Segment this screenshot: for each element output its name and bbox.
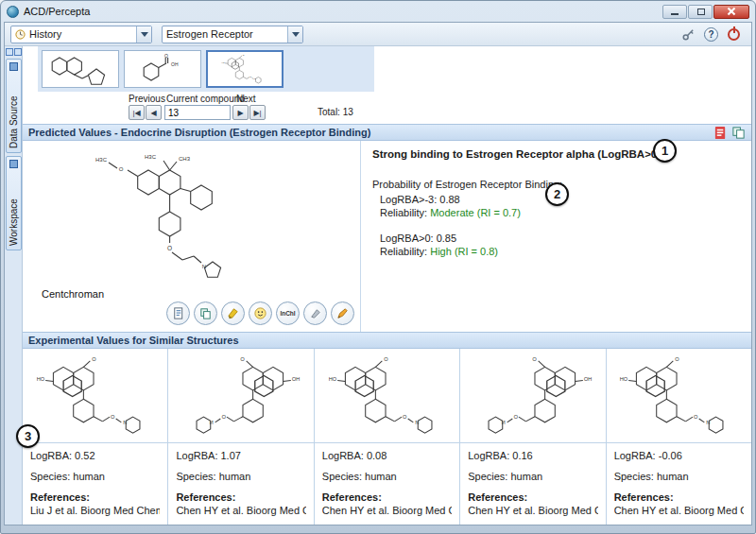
reliability-label: Reliability: [380, 207, 427, 218]
prediction-results: Strong binding to Estrogen Receptor alph… [361, 141, 751, 332]
species-value: human [219, 471, 251, 482]
references-label: References: [614, 491, 744, 503]
main-toolbar: History Estrogen Receptor ? [5, 23, 751, 46]
report-icon [171, 306, 185, 320]
similar-structure-card[interactable]: LogRBA: 0.16 Species: human References: … [460, 349, 606, 525]
logrba-value: 0.52 [75, 450, 94, 461]
maximize-icon [697, 9, 705, 15]
data-source-icon [9, 62, 18, 71]
close-button[interactable] [713, 5, 749, 19]
minimize-icon [671, 13, 679, 15]
app-frame: History Estrogen Receptor ? [4, 22, 752, 525]
species-label: Species: [176, 471, 215, 482]
species-label: Species: [322, 471, 362, 482]
similar-structure-card[interactable]: LogRBA: 0.52 Species: human References: … [23, 349, 168, 525]
chevron-down-icon[interactable] [136, 26, 151, 43]
panel-toggle-icon[interactable] [6, 48, 13, 56]
logrba-label: LogRBA: [468, 450, 509, 461]
logrba-value: 0.16 [512, 450, 532, 461]
help-icon[interactable]: ? [703, 26, 719, 43]
power-icon[interactable] [726, 26, 742, 43]
chevron-down-icon[interactable] [287, 26, 302, 43]
similar-structure-card[interactable]: LogRBA: -0.06 Species: human References:… [607, 349, 751, 525]
current-compound-input[interactable] [164, 105, 231, 120]
current-compound-label: Current compound [166, 94, 245, 104]
reliability-row: Reliability: High (RI = 0.8) [372, 245, 742, 258]
module-dropdown[interactable]: Estrogen Receptor [162, 26, 303, 43]
window-title: ACD/Percepta [24, 6, 90, 17]
reliability-value: High (RI = 0.8) [430, 246, 498, 257]
eraser-icon [308, 306, 322, 320]
pdf-export-icon[interactable] [713, 126, 728, 140]
logrba-label: LogRBA: [176, 450, 217, 461]
side-strip: Data Source Workspace [5, 46, 23, 525]
compound-thumbnail[interactable] [42, 50, 119, 88]
panel-toggle-icon[interactable] [14, 48, 22, 56]
species-label: Species: [468, 471, 507, 482]
logrba-value: -0.06 [659, 450, 682, 461]
tab-data-source-label: Data Source [9, 95, 19, 148]
logrba-value: 0.08 [367, 450, 387, 461]
compound-thumbnail-empty [288, 50, 366, 88]
predicted-values-title: Predicted Values - Endocrine Disruption … [28, 127, 370, 138]
eraser-button[interactable] [303, 301, 327, 325]
wrench-icon[interactable] [680, 26, 696, 43]
workspace-icon [9, 160, 18, 168]
species-value: human [657, 471, 689, 482]
tab-workspace[interactable]: Workspace [6, 156, 22, 250]
copy-icon [198, 306, 213, 320]
copy-button[interactable] [194, 301, 217, 325]
tab-workspace-label: Workspace [9, 198, 19, 246]
reference-text: Chen HY et al. Bioorg Med Ch... [176, 505, 305, 516]
first-compound-button[interactable]: |◀ [129, 105, 145, 120]
next-label: Next [236, 94, 256, 104]
annotation-callout-3: 3 [16, 424, 40, 448]
titlebar: ACD/Percepta [4, 1, 752, 22]
species-value: human [73, 471, 105, 482]
structure-action-buttons: InChI [166, 301, 354, 325]
prediction-row-label: LogRBA>-3: [380, 194, 437, 205]
prediction-row-value: 0.88 [439, 194, 459, 205]
similar-structure-card[interactable]: LogRBA: 0.08 Species: human References: … [315, 349, 460, 525]
tab-data-source[interactable]: Data Source [6, 59, 22, 153]
close-icon [727, 7, 736, 16]
app-icon [7, 6, 19, 18]
copy-structure-icon[interactable] [731, 126, 746, 140]
total-count: Total: 13 [318, 107, 353, 117]
inchi-button[interactable]: InChI [276, 301, 300, 325]
references-label: References: [176, 491, 305, 503]
similar-structure-image [168, 349, 313, 443]
previous-compound-button[interactable]: ◀ [146, 105, 162, 120]
similar-structures-grid: LogRBA: 0.52 Species: human References: … [23, 349, 751, 525]
prediction-headline: Strong binding to Estrogen Receptor alph… [372, 148, 742, 160]
main-structure-image [75, 145, 273, 286]
references-label: References: [468, 491, 597, 503]
smiley-button[interactable] [249, 301, 272, 325]
highlighter-button[interactable] [221, 301, 245, 325]
inchi-label: InChI [280, 310, 295, 317]
history-dropdown[interactable]: History [10, 26, 152, 43]
references-label: References: [30, 491, 160, 503]
report-button[interactable] [166, 301, 190, 325]
edit-structure-button[interactable] [331, 301, 354, 325]
highlighter-icon [226, 306, 240, 320]
similar-structure-image [23, 349, 167, 443]
reliability-value: Moderate (RI = 0.7) [430, 207, 521, 218]
reliability-row: Reliability: Moderate (RI = 0.7) [372, 206, 742, 219]
next-compound-button[interactable]: ▶ [232, 105, 249, 120]
content-area: Previous Current compound Next |◀ ◀ ▶ ▶|… [23, 46, 751, 525]
logrba-label: LogRBA: [30, 450, 72, 461]
module-dropdown-value: Estrogen Receptor [166, 28, 284, 40]
compound-thumbnail[interactable] [124, 50, 201, 88]
smiley-icon [253, 306, 267, 320]
species-label: Species: [614, 471, 654, 482]
predicted-values-body: Centchroman [23, 141, 751, 332]
similar-structure-image [460, 349, 605, 443]
compound-thumbnail-selected[interactable] [206, 50, 284, 88]
maximize-button[interactable] [688, 5, 713, 19]
similar-structure-card[interactable]: LogRBA: 1.07 Species: human References: … [168, 349, 314, 525]
annotation-callout-1: 1 [653, 139, 677, 163]
minimize-button[interactable] [662, 5, 687, 19]
last-compound-button[interactable]: ▶| [249, 105, 266, 120]
reference-text: Chen HY et al. Bioorg Med Ch... [614, 505, 744, 516]
